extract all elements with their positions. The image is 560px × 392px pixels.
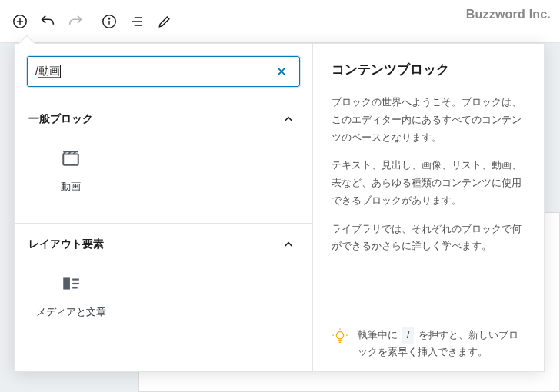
pencil-icon: [157, 14, 172, 29]
tip-text: 執筆中に / を押すと、新しいブロックを素早く挿入できます。: [358, 327, 525, 360]
block-categories: 一般ブロック 動画 レイアウト要素: [15, 98, 312, 371]
svg-rect-16: [63, 277, 70, 289]
svg-rect-18: [72, 283, 79, 284]
category-label: レイアウト要素: [28, 238, 104, 251]
svg-rect-17: [72, 279, 79, 281]
info-paragraph: ブロックの世界へようこそ。ブロックは、このエディター内にあるすべてのコンテンツの…: [332, 94, 525, 146]
undo-icon: [39, 13, 56, 30]
category-label: 一般ブロック: [28, 112, 93, 126]
block-item-label: メディアと文章: [32, 305, 110, 319]
info-paragraph: ライブラリでは、それぞれのブロックで何ができるかさらに詳しく学べます。: [332, 221, 525, 256]
category-blocks-common: 動画: [15, 135, 312, 224]
chevron-up-icon: [282, 238, 295, 251]
redo-button[interactable]: [62, 8, 89, 35]
plus-circle-icon: [12, 13, 28, 30]
chevron-up-icon: [282, 112, 295, 126]
video-icon: [32, 145, 110, 172]
lightbulb-icon: [332, 328, 348, 345]
list-icon: [129, 14, 145, 29]
inserter-search-panel: /動画 一般ブロック 動画 レイアウト: [15, 44, 313, 371]
category-header-layout[interactable]: レイアウト要素: [15, 224, 312, 261]
undo-button[interactable]: [34, 8, 62, 35]
block-search-value: /動画: [35, 65, 276, 78]
block-search-input[interactable]: /動画: [27, 56, 300, 87]
category-header-common[interactable]: 一般ブロック: [15, 98, 312, 135]
block-inserter-popover: /動画 一般ブロック 動画 レイアウト: [14, 43, 545, 372]
inserter-tip: 執筆中に / を押すと、新しいブロックを素早く挿入できます。: [332, 321, 525, 360]
block-item-label: 動画: [32, 180, 110, 194]
info-icon: [101, 13, 118, 30]
info-paragraph: テキスト、見出し、画像、リスト、動画、表など、あらゆる種類のコンテンツに使用でき…: [332, 157, 525, 209]
svg-line-23: [335, 331, 335, 331]
outline-button[interactable]: [123, 8, 151, 35]
svg-rect-11: [63, 154, 78, 165]
add-block-button[interactable]: [6, 8, 34, 35]
svg-rect-19: [72, 287, 78, 288]
redo-icon: [67, 13, 84, 30]
editor-toolbar: Buzzword Inc.: [0, 0, 560, 43]
block-item-media-text[interactable]: メディアと文章: [28, 264, 113, 328]
block-item-video[interactable]: 動画: [28, 138, 113, 203]
info-panel-title: コンテンツブロック: [332, 61, 525, 78]
media-text-icon: [32, 270, 110, 297]
svg-point-20: [336, 331, 343, 338]
close-icon: [276, 66, 287, 77]
slash-key: /: [402, 327, 415, 344]
clear-search-button[interactable]: [276, 66, 293, 77]
category-blocks-layout: メディアと文章: [15, 261, 312, 348]
info-button[interactable]: [95, 8, 123, 35]
edit-button[interactable]: [151, 8, 178, 35]
svg-line-22: [345, 331, 345, 331]
brand-label: Buzzword Inc.: [466, 8, 551, 22]
inserter-info-panel: コンテンツブロック ブロックの世界へようこそ。ブロックは、このエディター内にある…: [313, 44, 544, 371]
svg-point-5: [108, 18, 109, 18]
